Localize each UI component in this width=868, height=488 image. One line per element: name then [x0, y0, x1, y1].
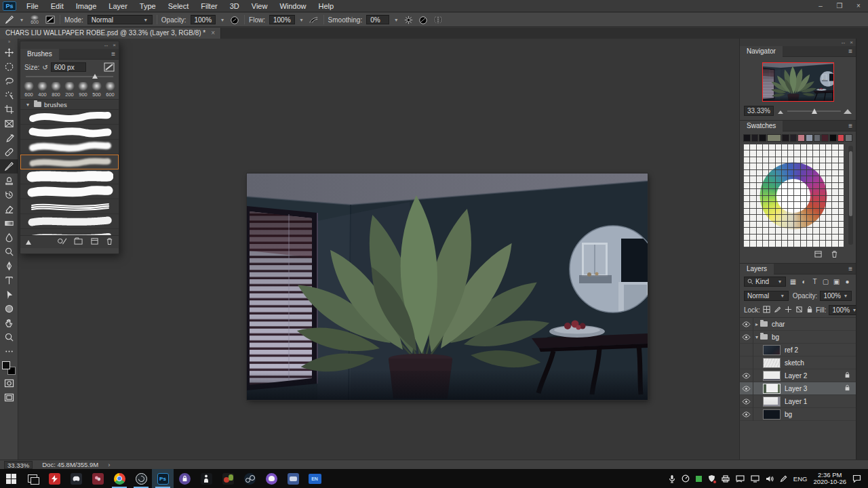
minimize-button[interactable]: – [811, 0, 830, 12]
printer-tray-icon[interactable] [722, 475, 730, 483]
airbrush-icon[interactable] [309, 15, 319, 24]
group-collapse-icon[interactable]: ▸ [753, 321, 760, 327]
menu-layer[interactable]: Layer [102, 0, 134, 12]
brush-preset[interactable]: 800 [50, 82, 62, 98]
layer-row-ref2[interactable]: ref 2 [740, 344, 856, 357]
group-expand-icon[interactable]: ▾ [753, 334, 760, 340]
layer-row-layer1[interactable]: Layer 1 [740, 395, 856, 408]
swatch[interactable] [837, 134, 845, 142]
menu-help[interactable]: Help [313, 0, 340, 12]
brush-item[interactable] [20, 199, 119, 214]
swatch[interactable] [782, 134, 789, 142]
lock-all-icon[interactable] [806, 306, 813, 314]
zoom-out-icon[interactable] [778, 110, 783, 114]
layer-thumbnail[interactable] [763, 409, 781, 420]
language-indicator[interactable]: ENG [793, 475, 808, 483]
brush-item[interactable] [20, 125, 119, 140]
microphone-tray-icon[interactable] [669, 474, 675, 483]
brush-item[interactable] [20, 214, 119, 229]
brush-tool-icon[interactable] [4, 15, 15, 24]
screen-mode-toggle[interactable] [0, 390, 18, 405]
brush-item-selected[interactable] [20, 155, 119, 169]
lock-transparency-icon[interactable] [763, 306, 770, 314]
activity-monitor-tray-icon[interactable] [682, 474, 690, 483]
tool-frame[interactable] [0, 117, 18, 131]
brush-preset[interactable]: 900 [77, 82, 90, 98]
quick-mask-toggle[interactable] [0, 376, 18, 390]
task-view-button[interactable] [22, 469, 43, 488]
brush-item[interactable] [20, 229, 119, 235]
brush-preset[interactable]: 200 [63, 82, 76, 98]
size-slider[interactable] [26, 73, 113, 80]
brush-stroke-preview-icon[interactable] [104, 62, 115, 72]
swatch[interactable] [759, 134, 766, 142]
windows-defender-tray-icon[interactable] [708, 474, 715, 483]
pen-tray-icon[interactable] [780, 475, 787, 483]
stroke-preview-toggle-icon[interactable] [57, 237, 67, 247]
flow-field[interactable]: 100% [269, 15, 295, 24]
tool-dodge[interactable] [0, 245, 18, 259]
swatches-scrollbar[interactable] [848, 146, 853, 245]
taskbar-app-premiere[interactable] [43, 469, 65, 488]
foreground-color-swatch[interactable] [2, 361, 10, 369]
brush-group-folder[interactable]: ▾ brushes [20, 100, 119, 110]
opacity-caret-icon[interactable]: ▾ [220, 17, 225, 23]
panel-menu-icon[interactable]: ≡ [848, 265, 852, 272]
footer-slider-thumb[interactable] [26, 240, 31, 245]
group-expand-icon[interactable]: ▾ [24, 102, 31, 108]
tool-magic-wand[interactable] [0, 88, 18, 102]
pressure-opacity-icon[interactable] [229, 15, 240, 24]
taskbar-app-red[interactable] [87, 469, 108, 488]
zoom-in-icon[interactable] [844, 109, 852, 114]
tool-crop[interactable] [0, 102, 18, 117]
taskbar-app-fruit[interactable] [217, 469, 239, 488]
panel-collapse-icon[interactable]: ↔ [103, 42, 108, 48]
tool-blur[interactable] [0, 230, 18, 245]
tool-clone-stamp[interactable] [0, 174, 18, 188]
size-field[interactable]: 600 px [51, 62, 86, 72]
green-status-tray-icon[interactable] [696, 476, 702, 482]
panel-menu-icon[interactable]: ≡ [848, 47, 852, 55]
lock-pixels-icon[interactable] [774, 306, 781, 314]
tool-lasso[interactable] [0, 74, 18, 88]
layer-row-bg-group[interactable]: ▾ bg [740, 331, 856, 344]
brush-preset[interactable]: 600 [22, 82, 35, 98]
layer-opacity-field[interactable]: 100%▾ [820, 291, 852, 301]
delete-brush-trash-icon[interactable] [106, 237, 113, 247]
tool-brush[interactable] [0, 159, 18, 174]
cast-display-tray-icon[interactable] [736, 475, 745, 483]
visibility-eye-icon[interactable] [740, 331, 753, 344]
menu-select[interactable]: Select [162, 0, 195, 12]
smoothing-options-gear-icon[interactable] [403, 15, 414, 24]
toolbox-grip[interactable]: ›› [8, 39, 10, 45]
smoothing-caret-icon[interactable]: ▾ [393, 17, 399, 23]
menu-filter[interactable]: Filter [195, 0, 223, 12]
menu-view[interactable]: View [245, 0, 274, 12]
delete-swatch-trash-icon[interactable] [831, 250, 838, 260]
swatch[interactable] [845, 134, 852, 142]
swatch[interactable] [829, 134, 837, 142]
swatch[interactable] [743, 134, 751, 142]
tool-pen[interactable] [0, 259, 18, 273]
navigator-zoom-slider[interactable] [778, 107, 852, 115]
tool-path-select[interactable] [0, 287, 18, 302]
speaker-tray-icon[interactable] [766, 475, 774, 483]
pressure-size-icon[interactable] [418, 15, 429, 24]
tool-type[interactable] [0, 273, 18, 287]
taskbar-app-blue[interactable]: EN [304, 469, 326, 488]
tab-close-icon[interactable]: × [211, 28, 215, 39]
tool-healing-brush[interactable] [0, 145, 18, 159]
brushes-tab[interactable]: Brushes [20, 49, 59, 60]
filter-smart-object-icon[interactable]: ▣ [832, 278, 841, 285]
visibility-eye-empty[interactable] [740, 344, 753, 357]
brush-preset-preview[interactable]: 600 [28, 15, 41, 24]
lock-artboard-icon[interactable] [795, 306, 803, 314]
lock-position-icon[interactable] [785, 306, 792, 314]
taskbar-app-keepass[interactable] [174, 469, 195, 488]
swatch[interactable] [821, 134, 829, 142]
visibility-eye-icon[interactable] [740, 318, 753, 331]
panel-menu-icon[interactable]: ≡ [111, 50, 115, 58]
filter-shape-icon[interactable]: ▢ [821, 278, 830, 285]
layer-row-sketch[interactable]: sketch [740, 357, 856, 369]
brush-preset-caret-icon[interactable]: ▾ [19, 17, 24, 23]
